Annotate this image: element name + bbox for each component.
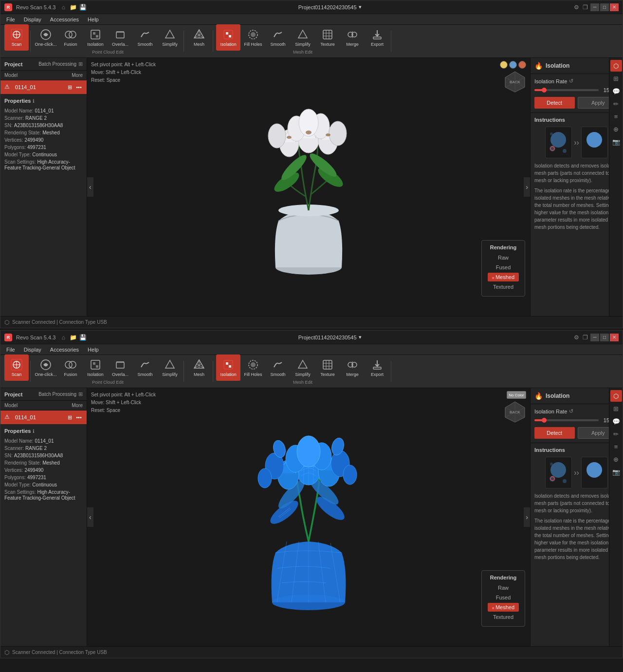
orientation-cube-2[interactable]: BACK	[504, 401, 526, 423]
isolation-btn-pc[interactable]: Isolation	[83, 24, 108, 51]
isolation-btn-mesh[interactable]: Isolation	[216, 24, 240, 51]
menu-display-2[interactable]: Display	[20, 346, 45, 354]
viewport-1[interactable]: Set pivot point: Alt + Left-Click Move: …	[87, 58, 530, 316]
menu-help[interactable]: Help	[84, 16, 103, 23]
more-label-2[interactable]: More	[72, 403, 83, 408]
detect-button-2[interactable]: Detect	[534, 427, 575, 439]
model-copy-button[interactable]: ⊞	[66, 83, 73, 91]
orientation-cube[interactable]: BACK	[504, 71, 526, 93]
prev-button-2[interactable]: ‹	[87, 507, 93, 527]
rate-slider-2[interactable]	[534, 419, 599, 421]
save-icon[interactable]: 💾	[79, 3, 87, 11]
side-tool-7[interactable]: 📷	[610, 136, 622, 148]
rendering-textured-1[interactable]: Textured	[488, 282, 519, 291]
swatch-orange[interactable]	[518, 61, 526, 69]
viewport-2[interactable]: Set pivot point: Alt + Left-Click Move: …	[87, 388, 530, 646]
overlay-button[interactable]: Overla...	[108, 24, 132, 51]
isolation-btn-pc-2[interactable]: Isolation	[83, 355, 108, 381]
batch-processing-label[interactable]: Batch Processing	[38, 61, 76, 67]
next-button-1[interactable]: ›	[524, 177, 530, 197]
side-tool-5[interactable]: ≡	[610, 111, 622, 122]
smooth-btn-mesh-2[interactable]: Smooth	[266, 355, 290, 381]
side-tool-6[interactable]: ⊕	[610, 123, 622, 135]
model-more-button-2[interactable]: •••	[75, 413, 83, 421]
merge-button[interactable]: Merge	[340, 24, 365, 51]
simplify-btn-pc-2[interactable]: Simplify	[158, 355, 182, 381]
oneclick-button[interactable]: One-click...	[34, 24, 58, 51]
rendering-raw-2[interactable]: Raw	[488, 583, 519, 592]
export-button[interactable]: Export	[365, 24, 389, 51]
simplify-btn-pc[interactable]: Simplify	[158, 24, 182, 51]
rate-slider-1[interactable]	[534, 89, 599, 91]
texture-button[interactable]: Texture	[315, 24, 340, 51]
side-tool-2-2[interactable]: ⊞	[610, 403, 622, 414]
batch-processing-label-2[interactable]: Batch Processing	[38, 392, 76, 397]
close-button[interactable]: ✕	[610, 3, 619, 11]
menu-file[interactable]: File	[2, 16, 19, 23]
mesh-button-2[interactable]: Mesh	[187, 355, 211, 381]
menu-display[interactable]: Display	[20, 16, 45, 23]
side-tool-2[interactable]: ⊞	[610, 73, 622, 84]
texture-button-2[interactable]: Texture	[315, 355, 340, 381]
minimize-button-2[interactable]: ─	[590, 334, 599, 341]
side-tool-3[interactable]: 💬	[610, 85, 622, 97]
fill-holes-button-2[interactable]: Fill Holes	[241, 355, 265, 381]
side-tool-4[interactable]: ✏	[610, 98, 622, 110]
folder-icon[interactable]: 📁	[69, 3, 77, 11]
close-button-2[interactable]: ✕	[610, 334, 619, 341]
oneclick-button-2[interactable]: One-click...	[34, 355, 58, 381]
isolation-btn-mesh-2[interactable]: Isolation	[216, 355, 240, 381]
menu-file-2[interactable]: File	[2, 346, 19, 354]
next-button-2[interactable]: ›	[524, 507, 530, 527]
simplify-btn-mesh-2[interactable]: Simplify	[291, 355, 315, 381]
scan-button[interactable]: Scan	[4, 24, 29, 51]
smooth-btn-mesh[interactable]: Smooth	[266, 24, 290, 51]
rendering-textured-2[interactable]: Textured	[488, 613, 519, 621]
window-restore-icon-2[interactable]: ❐	[582, 334, 589, 341]
prev-button-1[interactable]: ‹	[87, 177, 93, 197]
fusion-button-2[interactable]: Fusion	[58, 355, 83, 381]
rendering-meshed-1[interactable]: Meshed	[488, 273, 519, 281]
model-more-button[interactable]: •••	[75, 83, 83, 91]
window-restore-icon[interactable]: ❐	[582, 3, 589, 11]
maximize-button[interactable]: □	[600, 3, 609, 11]
folder-icon-2[interactable]: 📁	[69, 334, 77, 341]
scan-button-2[interactable]: Scan	[4, 355, 29, 381]
save-icon-2[interactable]: 💾	[79, 334, 87, 341]
side-tool-2-4[interactable]: ✏	[610, 428, 622, 440]
side-tool-1[interactable]: ⬡	[610, 60, 622, 72]
swatch-blue[interactable]	[509, 61, 517, 69]
home-icon-2[interactable]: ⌂	[59, 334, 67, 341]
side-tool-2-6[interactable]: ⊕	[610, 453, 622, 465]
fusion-button[interactable]: Fusion	[58, 24, 83, 51]
smooth-btn-pc[interactable]: Smooth	[133, 24, 157, 51]
maximize-button-2[interactable]: □	[600, 334, 609, 341]
side-tool-2-7[interactable]: 📷	[610, 466, 622, 478]
settings-icon[interactable]: ⚙	[573, 3, 581, 11]
home-icon[interactable]: ⌂	[59, 3, 67, 11]
detect-button-1[interactable]: Detect	[534, 97, 575, 109]
rendering-raw-1[interactable]: Raw	[488, 253, 519, 262]
model-copy-button-2[interactable]: ⊞	[66, 413, 73, 421]
swatch-yellow[interactable]	[500, 61, 508, 69]
menu-accessories-2[interactable]: Accessories	[46, 346, 83, 354]
menu-accessories[interactable]: Accessories	[46, 16, 83, 23]
smooth-btn-pc-2[interactable]: Smooth	[133, 355, 157, 381]
mesh-button[interactable]: Mesh	[187, 24, 211, 51]
rendering-fused-2[interactable]: Fused	[488, 593, 519, 602]
overlay-button-2[interactable]: Overla...	[108, 355, 132, 381]
side-tool-2-5[interactable]: ≡	[610, 441, 622, 452]
merge-button-2[interactable]: Merge	[340, 355, 365, 381]
side-tool-2-3[interactable]: 💬	[610, 415, 622, 427]
side-tool-2-1[interactable]: ⬡	[610, 390, 622, 402]
simplify-btn-mesh[interactable]: Simplify	[291, 24, 315, 51]
export-button-2[interactable]: Export	[365, 355, 389, 381]
settings-icon-2[interactable]: ⚙	[573, 334, 581, 341]
rendering-meshed-2[interactable]: Meshed	[488, 603, 519, 612]
rendering-fused-1[interactable]: Fused	[488, 263, 519, 272]
fill-holes-button[interactable]: Fill Holes	[241, 24, 265, 51]
minimize-button[interactable]: ─	[590, 3, 599, 11]
model-item[interactable]: ⚠ 0114_01 ⊞ •••	[0, 80, 87, 94]
more-label[interactable]: More	[72, 73, 83, 78]
menu-help-2[interactable]: Help	[84, 346, 103, 354]
